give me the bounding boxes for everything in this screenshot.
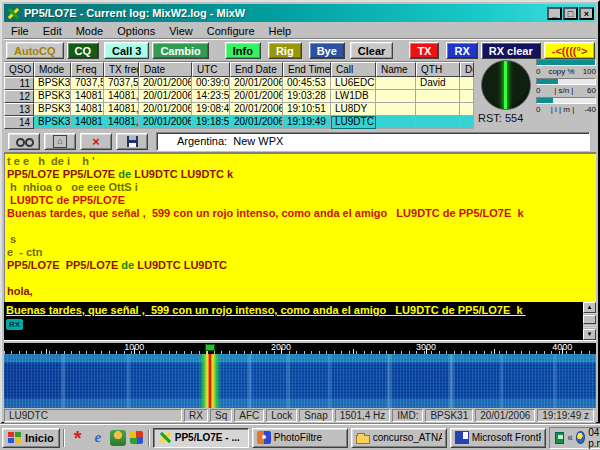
cell bbox=[460, 77, 474, 90]
callbook-button[interactable] bbox=[44, 133, 76, 150]
ie-icon[interactable] bbox=[90, 430, 106, 446]
windows-taskbar: Inicio PP5/LO7E - ...PhotoFiltreconcurso… bbox=[0, 424, 600, 450]
messenger-icon[interactable] bbox=[110, 430, 126, 446]
status-19-19-49-z[interactable]: 19:19:49 z bbox=[537, 409, 594, 422]
toolbar-button-call-3[interactable]: Call 3 bbox=[104, 42, 149, 59]
minimize-button[interactable]: _ bbox=[547, 7, 562, 20]
rx-text: LU9DTC LU9DTC k bbox=[131, 168, 233, 180]
table-row[interactable]: 12BPSK314081,14081,520/01/200614:23:5820… bbox=[4, 90, 474, 103]
rx-line bbox=[7, 272, 596, 285]
rx-line: e - ctn bbox=[7, 246, 596, 259]
taskbar-divider bbox=[63, 429, 65, 447]
windows-logo-icon bbox=[8, 432, 22, 444]
toolbar-button-rig[interactable]: Rig bbox=[268, 42, 302, 59]
column-header-end-time[interactable]: End Time bbox=[283, 62, 331, 77]
close-button[interactable]: × bbox=[579, 7, 594, 20]
menu-item-edit[interactable]: Edit bbox=[36, 24, 69, 38]
toolbar-button-rx-clear[interactable]: RX clear bbox=[481, 42, 541, 59]
status-lock[interactable]: Lock bbox=[266, 409, 297, 422]
rx-text: de bbox=[118, 168, 131, 180]
toolbar-button-item[interactable]: -<((((°> bbox=[544, 42, 596, 59]
frequency-marker-flag[interactable] bbox=[205, 344, 215, 351]
menu-item-help[interactable]: Help bbox=[262, 24, 299, 38]
rx-mode-badge: RX bbox=[6, 319, 23, 330]
tuning-cursor[interactable] bbox=[210, 354, 211, 408]
search-log-button[interactable] bbox=[8, 133, 40, 150]
toolbar-button-tx[interactable]: TX bbox=[409, 42, 439, 59]
table-row[interactable]: 14BPSK314081,14081,520/01/200619:18:5120… bbox=[4, 116, 474, 129]
status-20-01-2006[interactable]: 20/01/2006 bbox=[475, 409, 535, 422]
status-imd[interactable]: IMD: bbox=[392, 409, 423, 422]
toolbar-button-info[interactable]: Info bbox=[225, 42, 261, 59]
scroll-down-icon[interactable]: ▼ bbox=[583, 329, 596, 340]
start-label: Inicio bbox=[25, 432, 54, 444]
column-header-don[interactable]: Don bbox=[460, 62, 474, 77]
task-button-concurso-atna[interactable]: concurso_ATNA... bbox=[351, 428, 447, 448]
waterfall-display[interactable] bbox=[4, 354, 596, 408]
chevrons-icon[interactable] bbox=[567, 432, 573, 443]
column-header-qso[interactable]: QSO bbox=[4, 62, 34, 77]
status-1501-4-hz[interactable]: 1501,4 Hz bbox=[335, 409, 391, 422]
toolbar-button-cambio[interactable]: Cambio bbox=[152, 42, 208, 59]
status-afc[interactable]: AFC bbox=[234, 409, 264, 422]
grid-icon[interactable] bbox=[130, 431, 143, 444]
task-button-pp5-lo7e[interactable]: PP5/LO7E - ... bbox=[153, 428, 249, 448]
meter-max: 100 bbox=[583, 66, 596, 77]
frequency-scale[interactable]: 1000200030004000 bbox=[4, 343, 596, 354]
mixw-window: PP5/LO7E - Current log: MixW2.log - MixW… bbox=[0, 0, 600, 424]
meter-track bbox=[536, 97, 596, 104]
meter-min: 0 bbox=[536, 104, 540, 115]
table-row[interactable]: 13BPSK314081,14081,520/01/200619:08:4020… bbox=[4, 103, 474, 116]
menu-bar: FileEditModeOptionsViewConfigureHelp bbox=[4, 23, 596, 39]
menu-item-mode[interactable]: Mode bbox=[69, 24, 111, 38]
tx-text-pane[interactable]: Buenas tardes, que señal , 599 con un ro… bbox=[4, 302, 596, 340]
column-header-date[interactable]: Date bbox=[139, 62, 192, 77]
asterisk-icon[interactable] bbox=[70, 430, 86, 446]
column-header-qth[interactable]: QTH bbox=[416, 62, 460, 77]
delete-qso-button[interactable] bbox=[80, 133, 112, 150]
save-qso-button[interactable] bbox=[116, 133, 148, 150]
scrollbar-thumb[interactable] bbox=[583, 315, 596, 324]
menu-item-file[interactable]: File bbox=[4, 24, 36, 38]
toolbar-button-bye[interactable]: Bye bbox=[309, 42, 345, 59]
meter-name: | s/n | bbox=[554, 85, 573, 96]
task-button-microsoft-frontp[interactable]: Microsoft FrontP... bbox=[450, 428, 546, 448]
toolbar-button-clear[interactable]: Clear bbox=[350, 42, 394, 59]
menu-item-options[interactable]: Options bbox=[110, 24, 162, 38]
column-header-freq[interactable]: Freq bbox=[71, 62, 104, 77]
meter-min: 0 bbox=[536, 85, 540, 96]
column-header-call[interactable]: Call bbox=[331, 62, 376, 77]
log-table: QSOModeFreqTX freqDateUTCEnd DateEnd Tim… bbox=[4, 62, 474, 129]
status-sq[interactable]: Sq bbox=[210, 409, 232, 422]
column-header-name[interactable]: Name bbox=[376, 62, 416, 77]
tray-globe-icon[interactable] bbox=[576, 431, 585, 444]
contest-select[interactable]: Argentina: New WPX bbox=[156, 132, 590, 151]
scroll-up-icon[interactable]: ▲ bbox=[583, 302, 596, 313]
maximize-button[interactable]: □ bbox=[563, 7, 578, 20]
rx-text: LU9DTC LU9DTC bbox=[134, 259, 227, 271]
cell: 19:10:51 bbox=[283, 103, 331, 116]
cell: 20/01/2006 bbox=[139, 103, 192, 116]
menu-item-configure[interactable]: Configure bbox=[200, 24, 262, 38]
table-row[interactable]: 11BPSK37037,57037,5020/01/200600:39:0120… bbox=[4, 77, 474, 90]
tuning-scope[interactable] bbox=[481, 60, 531, 110]
column-header-utc[interactable]: UTC bbox=[192, 62, 230, 77]
toolbar-button-autocq[interactable]: AutoCQ bbox=[6, 42, 64, 59]
text-scrollbar[interactable]: ▲ ▼ bbox=[583, 302, 596, 340]
status-snap[interactable]: Snap bbox=[299, 409, 332, 422]
rx-text-pane[interactable]: t e e h de i h 'PP5/LO7E PP5/LO7E de LU9… bbox=[4, 153, 596, 302]
column-header-tx-freq[interactable]: TX freq bbox=[104, 62, 139, 77]
toolbar-button-cq[interactable]: CQ bbox=[67, 42, 100, 59]
cell: 19:19:49 bbox=[283, 116, 331, 129]
column-header-end-date[interactable]: End Date bbox=[230, 62, 283, 77]
status-rx[interactable]: RX bbox=[184, 409, 208, 422]
cell: David bbox=[416, 77, 460, 90]
task-button-photofiltre[interactable]: PhotoFiltre bbox=[252, 428, 348, 448]
status-bpsk31[interactable]: BPSK31 bbox=[425, 409, 473, 422]
cell: LU8DY bbox=[331, 103, 376, 116]
menu-item-view[interactable]: View bbox=[162, 24, 200, 38]
start-button[interactable]: Inicio bbox=[2, 428, 60, 448]
tray-app-icon[interactable] bbox=[555, 432, 564, 444]
toolbar-button-rx[interactable]: RX bbox=[446, 42, 477, 59]
column-header-mode[interactable]: Mode bbox=[34, 62, 71, 77]
